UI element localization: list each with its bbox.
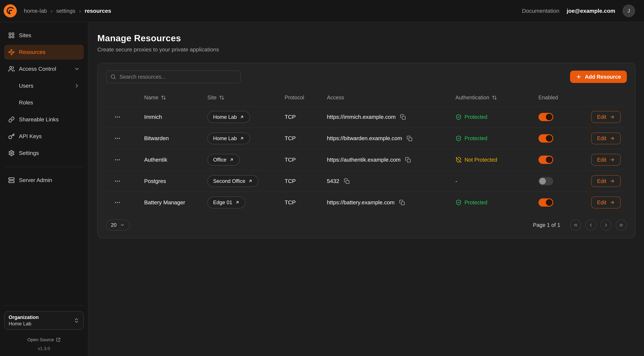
next-page-button[interactable] [600, 220, 612, 230]
resource-name: Postgres [144, 178, 208, 184]
auth-status: Protected [456, 199, 538, 206]
sort-icon [219, 95, 224, 100]
edit-button[interactable]: Edit [591, 132, 620, 144]
copy-button[interactable] [406, 135, 413, 142]
row-actions-button[interactable] [112, 176, 122, 186]
open-source-label: Open Source [28, 337, 54, 342]
plus-icon [576, 74, 582, 80]
table-header: Name Site Protocol Access [106, 89, 627, 106]
auth-status: Not Protected [456, 157, 538, 163]
sidebar-bottom: Organization Home Lab Open Source v1.3.0 [4, 305, 84, 351]
organization-selector[interactable]: Organization Home Lab [4, 311, 84, 330]
sort-icon [492, 95, 497, 100]
search-input[interactable] [106, 70, 240, 83]
sidebar-item-label: API Keys [19, 133, 42, 140]
row-actions-button[interactable] [112, 134, 122, 143]
copy-icon [407, 136, 412, 141]
sidebar-item-shareable-links[interactable]: Shareable Links [4, 112, 84, 127]
column-header-site[interactable]: Site [208, 94, 284, 100]
last-page-button[interactable] [616, 220, 627, 230]
copy-button[interactable] [398, 199, 406, 206]
breadcrumb-resources[interactable]: resources [85, 8, 111, 14]
arrow-right-icon [610, 114, 615, 120]
server-icon [8, 177, 15, 184]
sidebar-item-access-control[interactable]: Access Control [4, 62, 84, 76]
sidebar-item-label: Server Admin [19, 177, 52, 183]
table-row: Immich Home Lab TCP https://immich.examp… [106, 106, 627, 128]
copy-button[interactable] [399, 113, 407, 121]
external-link-icon [56, 338, 60, 342]
sidebar-item-users[interactable]: Users [4, 78, 84, 93]
resources-table: Name Site Protocol Access [106, 89, 627, 213]
sort-icon [161, 95, 166, 100]
sidebar-nav: Sites Resources Access Control Users [4, 28, 84, 190]
sidebar-item-roles[interactable]: Roles [4, 95, 84, 110]
breadcrumb-separator: › [50, 8, 52, 14]
sidebar-item-api-keys[interactable]: API Keys [4, 129, 84, 144]
table-footer: 20 Page 1 of 1 [106, 220, 627, 230]
key-icon [8, 133, 15, 140]
sidebar-item-resources[interactable]: Resources [4, 45, 84, 60]
waypoints-icon [8, 49, 15, 56]
auth-status: Protected [456, 114, 538, 120]
enabled-toggle[interactable] [538, 156, 553, 164]
edit-button[interactable]: Edit [591, 111, 620, 123]
sidebar-item-settings[interactable]: Settings [4, 146, 84, 160]
sidebar-item-label: Roles [19, 100, 33, 106]
table-row: Bitwarden Home Lab TCP https://bitwarden… [106, 128, 627, 149]
enabled-toggle[interactable] [538, 113, 553, 121]
first-page-button[interactable] [570, 220, 581, 230]
copy-icon [405, 157, 411, 163]
ellipsis-icon [114, 156, 121, 163]
site-link[interactable]: Second Office [208, 175, 258, 187]
arrow-right-icon [610, 136, 615, 141]
enabled-toggle[interactable] [538, 198, 553, 206]
arrow-up-right-icon [229, 158, 234, 162]
row-actions-button[interactable] [112, 112, 122, 122]
access-url: https://battery.example.com [327, 199, 394, 206]
sidebar-item-label: Resources [19, 49, 46, 55]
sidebar-item-sites[interactable]: Sites [4, 28, 84, 43]
breadcrumb-settings[interactable]: settings [56, 8, 75, 14]
site-link[interactable]: Home Lab [208, 111, 250, 123]
open-source-link[interactable]: Open Source [4, 337, 84, 342]
sidebar-item-label: Sites [19, 32, 31, 38]
protocol: TCP [284, 135, 327, 142]
app-logo[interactable] [3, 4, 17, 18]
column-header-name[interactable]: Name [144, 94, 208, 100]
chevron-right-icon [603, 222, 609, 228]
edit-button[interactable]: Edit [591, 196, 620, 208]
enabled-toggle[interactable] [538, 177, 553, 185]
documentation-link[interactable]: Documentation [522, 8, 559, 14]
link-icon [8, 116, 15, 123]
edit-button[interactable]: Edit [591, 175, 620, 187]
copy-button[interactable] [343, 178, 350, 185]
avatar[interactable]: J [623, 5, 635, 17]
shield-check-icon [456, 135, 462, 142]
breadcrumb-org[interactable]: home-lab [24, 8, 47, 14]
row-actions-button[interactable] [112, 155, 122, 164]
copy-button[interactable] [404, 156, 412, 163]
topbar: home-lab › settings › resources Document… [0, 0, 644, 22]
previous-page-button[interactable] [585, 220, 596, 230]
auth-status: Protected [456, 135, 538, 142]
access-url: https://immich.example.com [327, 114, 396, 120]
enabled-toggle[interactable] [538, 134, 553, 142]
edit-button[interactable]: Edit [591, 154, 620, 166]
add-resource-button[interactable]: Add Resource [570, 70, 627, 83]
column-header-authentication[interactable]: Authentication [456, 94, 538, 100]
chevrons-left-icon [573, 222, 578, 228]
row-actions-button[interactable] [112, 198, 122, 207]
arrow-right-icon [610, 178, 615, 184]
ellipsis-icon [114, 178, 121, 184]
search-icon [110, 74, 116, 80]
site-link[interactable]: Edge 01 [208, 196, 246, 208]
sidebar-item-label: Users [19, 83, 34, 89]
sidebar-item-server-admin[interactable]: Server Admin [4, 173, 84, 188]
page-size-select[interactable]: 20 [106, 220, 130, 230]
access-url: https://authentik.example.com [327, 157, 400, 163]
site-link[interactable]: Home Lab [208, 132, 250, 144]
page-title: Manage Resources [97, 33, 636, 43]
chevron-down-icon [74, 66, 80, 72]
site-link[interactable]: Office [208, 154, 240, 166]
